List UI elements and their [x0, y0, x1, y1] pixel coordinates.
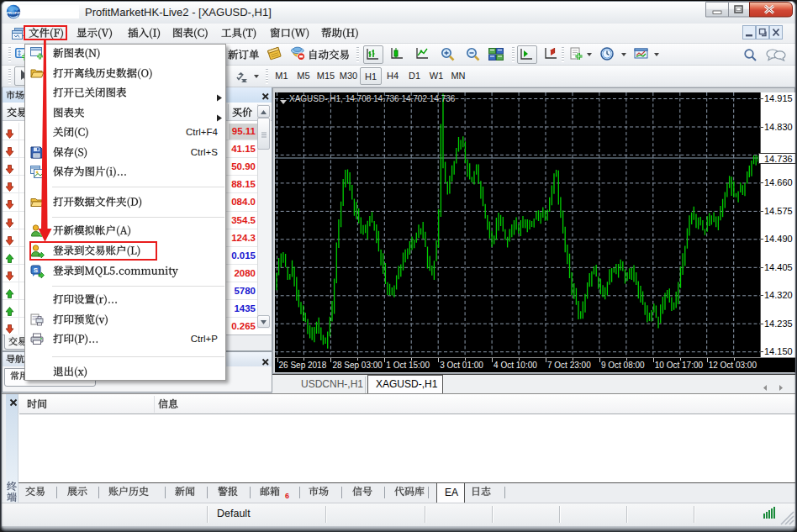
svg-text:PROFIT: PROFIT: [7, 11, 20, 15]
svg-text:S: S: [34, 266, 39, 274]
